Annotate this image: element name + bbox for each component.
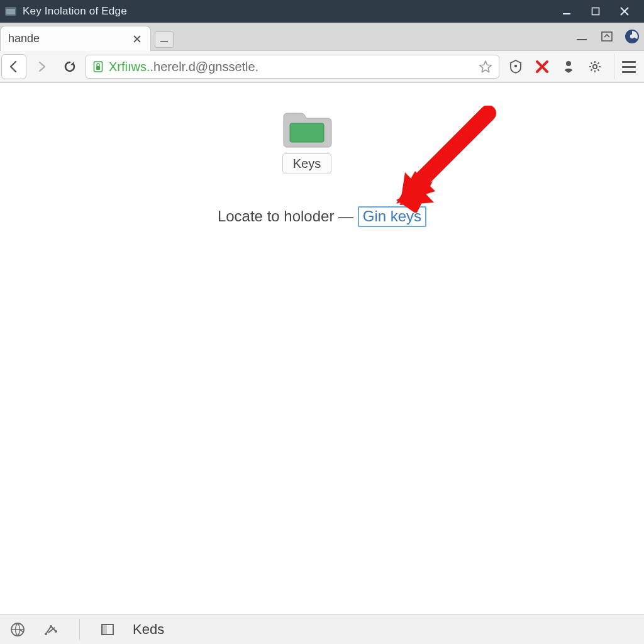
window-minimize-button[interactable] (552, 0, 581, 23)
keys-folder[interactable]: Keys (272, 109, 342, 174)
svg-rect-6 (602, 32, 612, 41)
extension-badge-icon[interactable] (503, 54, 528, 79)
status-label: Keds (133, 621, 164, 638)
page-content: Keys Locate to holoder — Gin keys (0, 83, 644, 614)
gin-keys-link[interactable]: Gin keys (358, 206, 426, 227)
svg-point-13 (593, 65, 597, 69)
site-security-icon[interactable] (91, 60, 105, 74)
secondary-minimize-icon[interactable] (574, 28, 590, 45)
person-pin-icon[interactable] (556, 54, 581, 79)
forward-button[interactable] (30, 55, 54, 79)
menu-button[interactable] (614, 54, 639, 79)
svg-rect-10 (96, 66, 100, 70)
svg-rect-2 (563, 13, 570, 14)
browser-tab-active[interactable]: hande (0, 26, 151, 51)
tab-title: hande (8, 32, 130, 45)
svg-rect-21 (102, 625, 107, 635)
window-titlebar: Key Inolation of Edge (0, 0, 644, 23)
reload-button[interactable] (58, 55, 82, 79)
block-x-icon[interactable] (530, 54, 555, 79)
new-tab-button[interactable] (155, 31, 174, 48)
gear-icon[interactable] (582, 54, 608, 79)
status-bar: Keds (0, 614, 644, 644)
svg-rect-4 (160, 41, 168, 42)
status-globe-icon[interactable] (9, 621, 26, 638)
status-divider (79, 619, 80, 640)
url-text: Xrfiıws..herelr.d@gnssetle. (109, 60, 474, 74)
svg-rect-5 (577, 39, 587, 40)
tab-strip: hande (0, 23, 644, 50)
navigation-toolbar: Xrfiıws..herelr.d@gnssetle. (0, 50, 644, 83)
prompt-line: Locate to holoder — Gin keys (0, 208, 644, 225)
bookmark-star-icon[interactable] (477, 58, 494, 75)
browser-logo-icon (624, 28, 640, 45)
svg-point-12 (566, 61, 571, 66)
folder-icon (280, 109, 334, 151)
address-bar[interactable]: Xrfiıws..herelr.d@gnssetle. (86, 55, 499, 79)
tray-collapse-icon[interactable] (599, 28, 615, 45)
prompt-text: Locate to holoder — (218, 208, 358, 225)
svg-point-19 (55, 630, 57, 633)
window-maximize-button[interactable] (581, 0, 610, 23)
window-close-button[interactable] (610, 0, 639, 23)
window-title: Key Inolation of Edge (23, 5, 127, 18)
svg-rect-14 (290, 123, 324, 142)
annotation-arrow (394, 106, 501, 213)
svg-rect-1 (6, 9, 15, 14)
tab-close-button[interactable] (130, 32, 144, 46)
status-panel-icon[interactable] (99, 621, 116, 638)
svg-point-17 (45, 633, 47, 635)
svg-rect-3 (592, 8, 599, 15)
tabstrip-right-controls (574, 23, 644, 50)
status-network-icon[interactable] (43, 621, 60, 638)
folder-label: Keys (282, 153, 331, 174)
toolbar-icon-group (503, 54, 608, 79)
svg-point-8 (630, 35, 634, 38)
svg-point-18 (50, 625, 52, 628)
app-icon (4, 4, 18, 18)
svg-point-11 (514, 65, 517, 67)
back-button[interactable] (1, 54, 26, 79)
